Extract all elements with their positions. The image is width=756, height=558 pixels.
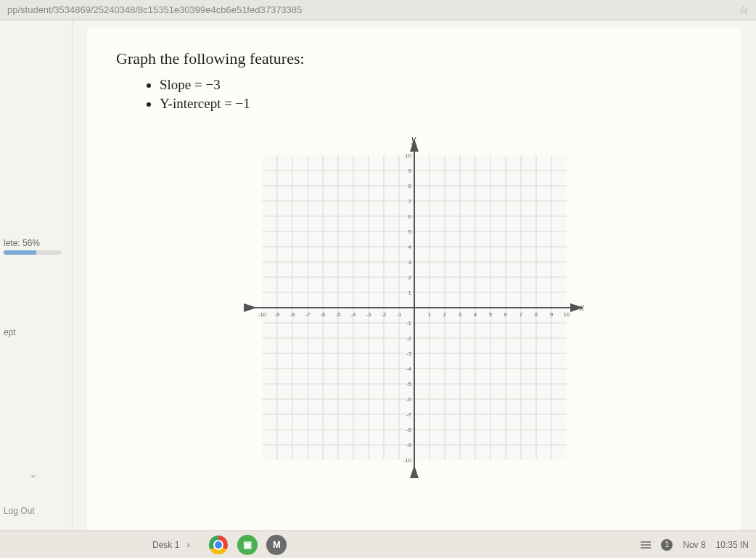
- svg-text:3: 3: [459, 311, 462, 318]
- chrome-icon[interactable]: [208, 535, 229, 555]
- svg-text:-9: -9: [406, 442, 412, 448]
- svg-text:-8: -8: [406, 427, 412, 433]
- svg-text:-4: -4: [406, 366, 412, 372]
- svg-text:-7: -7: [305, 311, 311, 318]
- svg-text:10: 10: [405, 152, 411, 159]
- svg-text:-3: -3: [406, 350, 412, 357]
- question-title: Graph the following features:: [116, 49, 712, 68]
- taskbar-right: 1 Nov 8 10:35 IN: [641, 539, 749, 551]
- svg-text:-2: -2: [406, 335, 412, 342]
- logout-link[interactable]: Log Out: [4, 506, 35, 516]
- taskbar: Desk 1 › ▣ M 1 Nov 8 10:35 IN: [0, 530, 756, 558]
- progress-bar: [4, 250, 62, 255]
- bookmark-star-icon[interactable]: ☆: [739, 3, 749, 17]
- svg-text:6: 6: [408, 213, 412, 220]
- progress-label: lete: 56%: [4, 238, 68, 255]
- url-bar[interactable]: pp/student/3534869/25240348/8c15351e3039…: [0, 0, 756, 20]
- y-axis-label: y: [411, 134, 416, 144]
- svg-text:-7: -7: [406, 411, 412, 418]
- url-text: pp/student/3534869/25240348/8c15351e3039…: [7, 4, 739, 15]
- svg-text:8: 8: [408, 183, 412, 189]
- svg-text:7: 7: [408, 198, 412, 205]
- svg-text:9: 9: [550, 311, 554, 318]
- svg-text:1: 1: [408, 290, 412, 296]
- graph-svg[interactable]: x y -10-9-8 -7-6-5 -4-3-2 -112 345 678 9…: [240, 134, 588, 482]
- svg-text:9: 9: [408, 168, 412, 174]
- chevron-right-icon: ›: [186, 540, 189, 550]
- svg-text:-8: -8: [289, 311, 295, 318]
- svg-text:4: 4: [408, 244, 412, 250]
- svg-text:-3: -3: [366, 311, 371, 318]
- svg-text:-5: -5: [406, 381, 412, 387]
- svg-text:2: 2: [443, 311, 447, 318]
- svg-text:5: 5: [489, 311, 493, 318]
- main-area: lete: 56% ept ⌄ Log Out Graph the follow…: [0, 20, 756, 530]
- menu-icon[interactable]: [641, 541, 651, 549]
- svg-text:-9: -9: [274, 311, 280, 318]
- svg-text:-1: -1: [396, 311, 402, 318]
- svg-text:-10: -10: [403, 457, 411, 464]
- sidebar-ept-label[interactable]: ept: [4, 327, 68, 337]
- x-axis-label: x: [579, 303, 585, 313]
- svg-text:2: 2: [408, 274, 412, 281]
- svg-text:-1: -1: [406, 320, 412, 327]
- time-label[interactable]: 10:35 IN: [716, 540, 749, 550]
- sidebar: lete: 56% ept ⌄ Log Out: [0, 20, 73, 530]
- svg-text:3: 3: [408, 259, 412, 266]
- svg-text:5: 5: [408, 229, 412, 235]
- svg-text:-10: -10: [258, 311, 266, 318]
- desk-label[interactable]: Desk 1 ›: [152, 540, 189, 550]
- svg-text:-6: -6: [406, 396, 412, 403]
- feature-list: Slope = −3 Y-intercept = −1: [160, 77, 712, 112]
- svg-text:-4: -4: [350, 311, 356, 318]
- list-item: Y-intercept = −1: [160, 96, 712, 112]
- notification-badge[interactable]: 1: [661, 539, 673, 551]
- chevron-down-icon[interactable]: ⌄: [29, 468, 38, 480]
- svg-text:-5: -5: [335, 311, 341, 318]
- svg-text:8: 8: [535, 311, 538, 318]
- svg-text:1: 1: [428, 311, 432, 318]
- coordinate-graph[interactable]: x y -10-9-8 -7-6-5 -4-3-2 -112 345 678 9…: [240, 134, 588, 482]
- m-app-icon[interactable]: M: [266, 535, 287, 555]
- svg-text:6: 6: [504, 311, 508, 318]
- complete-text: lete: 56%: [4, 238, 40, 248]
- svg-text:7: 7: [519, 311, 523, 318]
- content-panel: Graph the following features: Slope = −3…: [87, 28, 741, 530]
- app-icon[interactable]: ▣: [237, 535, 258, 555]
- svg-text:10: 10: [564, 311, 570, 318]
- list-item: Slope = −3: [160, 77, 712, 93]
- svg-text:4: 4: [474, 311, 477, 318]
- progress-fill: [4, 250, 36, 255]
- date-label[interactable]: Nov 8: [683, 540, 705, 550]
- svg-text:-2: -2: [381, 311, 387, 318]
- svg-text:-6: -6: [320, 311, 326, 318]
